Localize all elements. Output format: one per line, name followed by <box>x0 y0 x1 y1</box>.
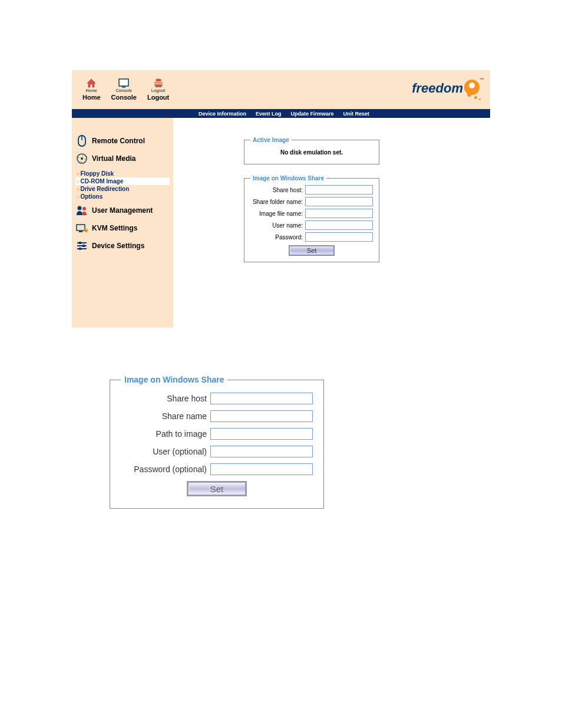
sidebar-device-settings[interactable]: Device Settings <box>75 239 170 252</box>
device-settings-icon <box>75 239 88 252</box>
kvm-settings-icon <box>75 222 88 235</box>
big-password-label: Password (optional) <box>121 465 210 474</box>
big-user-input[interactable] <box>210 446 313 457</box>
nav-update-firmware[interactable]: Update Firmware <box>291 111 334 117</box>
sidebar-item-label: KVM Settings <box>92 224 137 232</box>
sidebar-remote-control[interactable]: Remote Control <box>75 134 170 147</box>
user-name-input[interactable] <box>305 220 373 230</box>
active-image-box: Active Image No disk emulation set. <box>244 137 379 164</box>
active-image-legend: Active Image <box>250 137 292 143</box>
sidebar-kvm-settings[interactable]: KVM Settings <box>75 222 170 235</box>
big-share-host-input[interactable] <box>210 393 313 404</box>
svg-rect-18 <box>79 248 81 250</box>
sidebar-item-label: Virtual Media <box>92 154 135 163</box>
sidebar-user-management[interactable]: User Management <box>75 204 170 217</box>
password-input[interactable] <box>305 232 373 242</box>
svg-point-8 <box>78 206 82 210</box>
sidebar-item-label: User Management <box>92 206 153 215</box>
svg-point-9 <box>82 207 86 210</box>
brand-logo: freedom™ <box>412 77 484 96</box>
share-folder-label: Share folder name: <box>253 199 303 205</box>
win-share-small-box: Image on Windows Share Share host: Share… <box>244 175 379 262</box>
virtual-media-icon <box>75 152 88 165</box>
console-icon <box>118 78 130 88</box>
sidebar-item-label: Device Settings <box>92 242 144 250</box>
big-path-label: Path to image <box>121 429 210 439</box>
big-user-label: User (optional) <box>121 447 210 456</box>
sidebar-item-label: Remote Control <box>92 137 145 145</box>
main-content: Active Image No disk emulation set. Imag… <box>173 118 490 328</box>
nav-device-information[interactable]: Device Information <box>199 111 246 117</box>
share-host-label: Share host: <box>273 187 303 193</box>
sidebar-virtual-media[interactable]: Virtual Media <box>75 152 170 165</box>
header-bar: Home Home Console Console Logout Logout <box>72 70 490 109</box>
sidebar-sub-drive-redirection[interactable]: ○Drive Redirection <box>75 185 170 193</box>
home-icon <box>86 78 97 88</box>
sidebar-sub-cdrom-image[interactable]: ○CD-ROM Image <box>75 177 170 185</box>
header-console-button[interactable]: Console Console <box>111 74 137 109</box>
svg-point-12 <box>84 229 88 232</box>
image-file-input[interactable] <box>305 209 373 218</box>
big-share-host-label: Share host <box>121 394 210 403</box>
header-home-button[interactable]: Home Home <box>82 74 101 109</box>
svg-rect-11 <box>79 231 82 232</box>
user-management-icon <box>75 204 88 217</box>
share-host-input[interactable] <box>305 185 373 195</box>
active-image-message: No disk emulation set. <box>250 147 373 158</box>
big-share-name-input[interactable] <box>210 410 313 422</box>
password-label: Password: <box>275 234 303 241</box>
big-password-input[interactable] <box>210 463 313 475</box>
set-button-big[interactable]: Set <box>187 481 247 496</box>
set-button-small[interactable]: Set <box>289 245 335 256</box>
win-share-big-box: Image on Windows Share Share host Share … <box>110 375 324 509</box>
user-name-label: User name: <box>272 222 303 229</box>
svg-point-7 <box>81 157 83 160</box>
svg-rect-14 <box>79 242 81 244</box>
top-nav-bar: Device Information Event Log Update Firm… <box>72 109 490 118</box>
svg-rect-1 <box>122 87 125 88</box>
image-file-label: Image file name: <box>259 210 303 217</box>
win-share-big-legend: Image on Windows Share <box>121 375 227 384</box>
svg-rect-10 <box>77 225 85 230</box>
big-share-name-label: Share name <box>121 411 210 421</box>
svg-rect-3 <box>154 82 163 84</box>
logout-icon <box>153 78 164 88</box>
nav-unit-reset[interactable]: Unit Reset <box>343 111 370 117</box>
svg-point-2 <box>156 79 161 82</box>
svg-rect-16 <box>82 245 85 247</box>
sidebar: Remote Control Virtual Media ○Floppy Dis… <box>72 118 173 328</box>
remote-control-icon <box>75 134 88 147</box>
share-folder-input[interactable] <box>305 197 373 206</box>
sidebar-sub-floppy-disk[interactable]: ○Floppy Disk <box>75 170 170 177</box>
big-path-input[interactable] <box>210 428 313 440</box>
win-share-small-legend: Image on Windows Share <box>250 175 326 182</box>
nav-event-log[interactable]: Event Log <box>256 111 282 117</box>
header-logout-button[interactable]: Logout Logout <box>147 74 169 109</box>
svg-rect-0 <box>119 79 128 86</box>
sidebar-sub-options[interactable]: ○Options <box>75 193 170 200</box>
